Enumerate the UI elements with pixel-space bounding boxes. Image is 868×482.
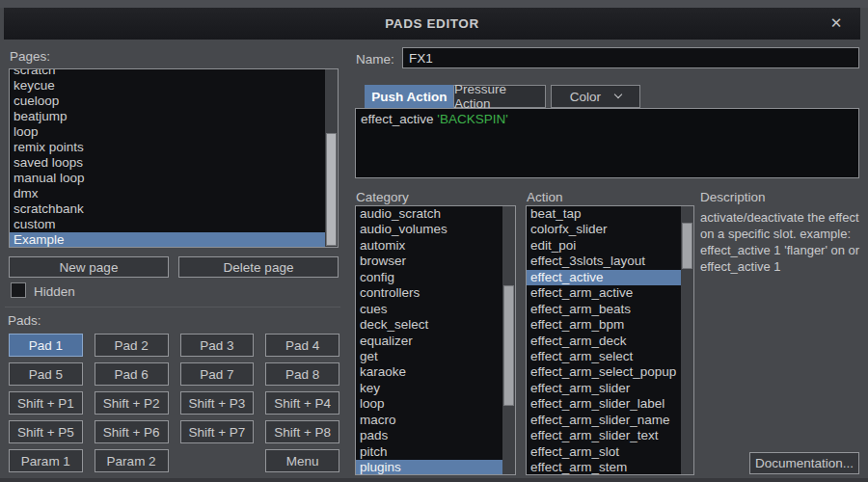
pages-listbox[interactable]: scratchkeycuecueloopbeatjumploopremix po… <box>9 68 339 248</box>
category-list-item[interactable]: controllers <box>356 285 515 301</box>
category-list-item[interactable]: equalizer <box>356 334 515 349</box>
category-scrollbar-thumb[interactable] <box>503 285 514 406</box>
action-list-item[interactable]: effect_arm_active <box>527 285 693 301</box>
titlebar-top-strip <box>0 0 868 8</box>
titlebar[interactable]: PADS EDITOR ✕ <box>4 8 860 40</box>
pad-button[interactable]: Pad 8 <box>265 362 339 386</box>
category-list-item[interactable]: pitch <box>356 444 515 460</box>
action-list-item[interactable]: effect_arm_slot <box>527 444 693 460</box>
tab-push-action[interactable]: Push Action <box>365 85 454 108</box>
pad-button[interactable]: Param 2 <box>95 449 169 472</box>
action-list-item[interactable]: beat_tap <box>527 206 693 222</box>
pages-list-item[interactable]: scratch <box>10 68 338 78</box>
pages-list-item[interactable]: saved loops <box>10 155 338 171</box>
pages-list-item[interactable]: cueloop <box>10 94 338 109</box>
pad-button[interactable]: Pad 1 <box>9 334 83 357</box>
pages-scrollbar[interactable] <box>325 69 338 247</box>
action-list-item[interactable]: effect_3slots_layout <box>527 254 693 269</box>
description-column-header: Description <box>700 190 766 204</box>
hidden-checkbox-label: Hidden <box>34 284 75 299</box>
category-list-item[interactable]: browser <box>356 254 515 269</box>
action-list-item[interactable]: effect_arm_select_popup <box>527 364 693 380</box>
category-list-item[interactable]: macro <box>356 413 515 428</box>
name-label: Name: <box>356 52 394 67</box>
category-list-item[interactable]: cues <box>356 302 515 317</box>
action-list-item[interactable]: effect_arm_slider_label <box>527 396 693 412</box>
empty-cell <box>180 449 255 472</box>
action-list-item[interactable]: effect_arm_slider <box>527 381 693 396</box>
category-list-item[interactable]: automix <box>356 238 515 254</box>
pad-button[interactable]: Shift + P8 <box>265 420 339 443</box>
pad-button[interactable]: Shift + P5 <box>9 420 83 443</box>
pad-button[interactable]: Pad 7 <box>180 362 255 386</box>
action-list-item[interactable]: colorfx_slider <box>527 222 693 237</box>
action-list-item[interactable]: edit_poi <box>527 238 693 254</box>
pad-button[interactable]: Pad 6 <box>95 362 169 386</box>
category-list-item[interactable]: audio_volumes <box>356 222 515 237</box>
category-list-item[interactable]: plugins <box>356 460 515 475</box>
name-input[interactable] <box>402 47 859 68</box>
pages-list-item[interactable]: beatjump <box>10 109 338 124</box>
tab-color-dropdown[interactable]: Color <box>551 85 640 108</box>
action-list-item[interactable]: effect_arm_deck <box>527 334 693 349</box>
hidden-checkbox[interactable] <box>11 282 26 298</box>
close-icon[interactable]: ✕ <box>826 13 847 34</box>
delete-page-button[interactable]: Delete page <box>178 256 339 278</box>
pages-scrollbar-thumb[interactable] <box>326 133 337 246</box>
action-scrollbar[interactable] <box>681 206 693 474</box>
pad-button[interactable]: Shift + P3 <box>180 391 255 415</box>
pages-list-item[interactable]: scratchbank <box>10 201 338 217</box>
action-list-item[interactable]: effect_arm_bpm <box>527 317 693 333</box>
pad-button[interactable]: Shift + P7 <box>180 420 255 443</box>
script-action-text: effect_active <box>361 112 437 126</box>
category-list-item[interactable]: audio_scratch <box>356 206 515 222</box>
pad-button[interactable]: Menu <box>265 449 339 472</box>
pages-list-item[interactable]: remix points <box>10 140 338 155</box>
action-list-item[interactable]: effect_arm_stem <box>527 460 693 475</box>
pad-button[interactable]: Shift + P2 <box>95 391 169 415</box>
pages-list-item[interactable]: loop <box>10 124 338 140</box>
chevron-down-icon <box>614 91 622 98</box>
action-list-item[interactable]: effect_arm_slider_text <box>527 428 693 443</box>
tab-color-label: Color <box>570 90 601 104</box>
action-listbox[interactable]: beat_tapcolorfx_slideredit_poieffect_3sl… <box>526 205 694 475</box>
pages-list-item[interactable]: Example <box>10 232 338 248</box>
pad-button[interactable]: Pad 3 <box>180 334 255 357</box>
action-list-item[interactable]: effect_arm_beats <box>527 302 693 317</box>
action-list-item[interactable]: effect_active <box>527 270 693 285</box>
pad-button[interactable]: Shift + P6 <box>95 420 169 443</box>
script-editor[interactable]: effect_active 'BACKSPIN' <box>355 108 859 178</box>
pages-list-item[interactable]: custom <box>10 217 338 232</box>
pad-button[interactable]: Pad 4 <box>265 334 339 357</box>
category-list-item[interactable]: get <box>356 349 515 364</box>
action-list-item[interactable]: effect_arm_slider_name <box>527 413 693 428</box>
script-argument-text: 'BACKSPIN' <box>437 112 507 126</box>
pad-button[interactable]: Param 1 <box>9 449 83 472</box>
pages-list-item[interactable]: keycue <box>10 78 338 94</box>
tab-pressure-action[interactable]: Pressure Action <box>453 85 546 108</box>
category-list-item[interactable]: deck_select <box>356 317 515 333</box>
pages-list-item[interactable]: manual loop <box>10 171 338 186</box>
pages-list-item[interactable]: dmx <box>10 186 338 201</box>
documentation-button[interactable]: Documentation... <box>749 452 859 474</box>
pads-editor-dialog: PADS EDITOR ✕ Pages: scratchkeycuecueloo… <box>0 0 868 482</box>
category-list-item[interactable]: pads <box>356 428 515 443</box>
category-list-item[interactable]: key <box>356 381 515 396</box>
category-list-item[interactable]: config <box>356 270 515 285</box>
category-list-item[interactable]: karaoke <box>356 364 515 380</box>
category-column-header: Category <box>356 190 409 204</box>
pages-label: Pages: <box>10 49 50 64</box>
pad-button[interactable]: Pad 5 <box>9 362 83 386</box>
action-scrollbar-thumb[interactable] <box>682 223 692 269</box>
action-list-item[interactable]: effect_arm_select <box>527 349 693 364</box>
category-scrollbar[interactable] <box>502 206 515 474</box>
pad-button[interactable]: Pad 2 <box>95 334 169 357</box>
category-listbox[interactable]: audio_scratchaudio_volumesautomixbrowser… <box>355 205 516 475</box>
new-page-button[interactable]: New page <box>9 256 169 278</box>
pad-button[interactable]: Shift + P4 <box>265 391 339 415</box>
category-list-item[interactable]: loop <box>356 396 515 412</box>
dialog-bottom-edge <box>0 478 868 482</box>
action-description-text: activate/deactivate the effect on a spec… <box>700 209 864 275</box>
pad-button-grid: Pad 1Pad 2Pad 3Pad 4Pad 5Pad 6Pad 7Pad 8… <box>9 334 339 472</box>
pad-button[interactable]: Shift + P1 <box>9 391 83 415</box>
